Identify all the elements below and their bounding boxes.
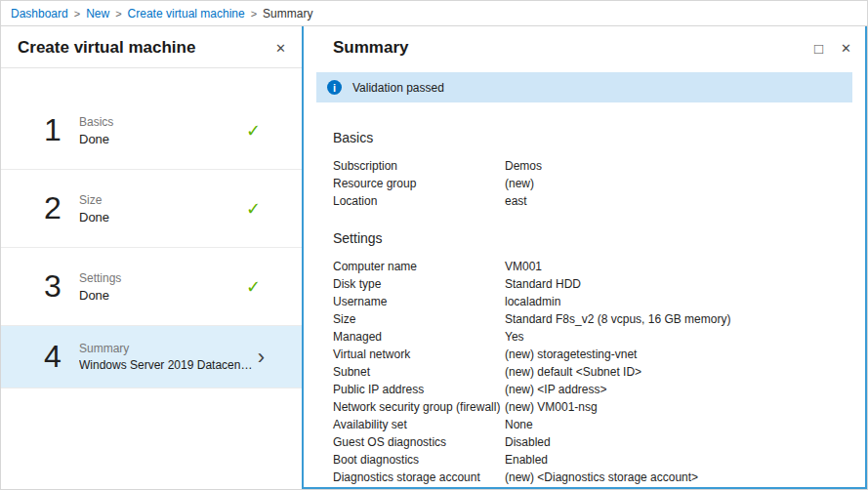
create-vm-panel-header: Create virtual machine ✕	[1, 26, 302, 68]
summary-panel: Summary □ ✕ i Validation passed Basics S…	[302, 26, 867, 489]
check-icon: ✓	[246, 276, 261, 298]
summary-row: Availability set None	[333, 416, 846, 433]
step-number: 4	[44, 339, 79, 375]
row-value: VM001	[505, 258, 846, 275]
summary-row: Username localadmin	[333, 293, 846, 310]
row-value: Standard F8s_v2 (8 vcpus, 16 GB memory)	[505, 310, 846, 328]
row-value: None	[505, 416, 846, 433]
blades-container: Create virtual machine ✕ 1 Basics Done ✓…	[1, 26, 867, 489]
section-heading: Basics	[333, 130, 846, 145]
summary-row: Location east	[333, 192, 846, 210]
summary-row: Public IP address (new) <IP address>	[333, 381, 846, 398]
row-label: Resource group	[333, 175, 505, 192]
step-status: Windows Server 2019 Datacent…	[79, 358, 253, 372]
row-label: Username	[333, 293, 505, 310]
row-value: Disabled	[505, 433, 846, 451]
summary-panel-title: Summary	[333, 38, 797, 58]
row-value: (new)	[505, 175, 846, 192]
row-label: Subnet	[333, 363, 505, 381]
section-basics: Basics Subscription Demos Resource group…	[333, 130, 846, 210]
summary-row: Guest OS diagnostics Disabled	[333, 433, 846, 451]
step-text: Summary Windows Server 2019 Datacent…	[79, 342, 258, 372]
row-value: Enabled	[505, 451, 846, 469]
row-label: Size	[333, 310, 505, 328]
close-icon[interactable]: ✕	[841, 42, 851, 55]
info-icon: i	[327, 80, 342, 95]
step-status: Done	[79, 132, 246, 146]
row-value: Yes	[505, 328, 846, 346]
breadcrumb-separator: >	[74, 8, 80, 20]
summary-row: Subscription Demos	[333, 157, 846, 175]
breadcrumb-summary: Summary	[263, 7, 312, 20]
row-label: Boot diagnostics	[333, 451, 505, 469]
step-number: 1	[44, 112, 79, 148]
step-status: Done	[79, 210, 246, 225]
breadcrumb-separator: >	[115, 8, 121, 20]
row-label: Location	[333, 192, 505, 210]
row-value: Demos	[505, 157, 846, 175]
breadcrumb: Dashboard > New > Create virtual machine…	[1, 1, 867, 26]
row-value: (new) VM001-nsg	[505, 398, 846, 416]
summary-row: Subnet (new) default <Subnet ID>	[333, 363, 846, 381]
row-label: Public IP address	[333, 381, 505, 398]
section-settings: Settings Computer name VM001 Disk type S…	[333, 230, 846, 486]
row-value: localadmin	[505, 293, 846, 310]
summary-row: Virtual network (new) storagetesting-vne…	[333, 346, 846, 363]
step-label: Settings	[79, 271, 246, 285]
row-label: Guest OS diagnostics	[333, 433, 505, 451]
step-basics[interactable]: 1 Basics Done ✓	[1, 92, 302, 170]
summary-row: Resource group (new)	[333, 175, 846, 192]
step-text: Size Done	[79, 193, 246, 225]
breadcrumb-create-virtual-machine[interactable]: Create virtual machine	[128, 7, 245, 20]
summary-row: Diagnostics storage account (new) <Diagn…	[333, 469, 846, 486]
step-summary[interactable]: 4 Summary Windows Server 2019 Datacent… …	[1, 326, 302, 388]
row-value: east	[505, 192, 846, 210]
close-icon[interactable]: ✕	[275, 42, 286, 55]
validation-banner: i Validation passed	[316, 72, 852, 102]
row-value: (new) <IP address>	[505, 381, 846, 398]
check-icon: ✓	[246, 198, 261, 220]
row-label: Managed	[333, 328, 505, 346]
step-label: Basics	[79, 115, 246, 129]
step-number: 2	[44, 190, 79, 226]
azure-portal-window: Dashboard > New > Create virtual machine…	[0, 0, 868, 490]
row-label: Computer name	[333, 258, 505, 275]
row-value: Standard HDD	[505, 275, 846, 293]
step-status: Done	[79, 288, 246, 303]
step-label: Summary	[79, 342, 258, 355]
row-label: Availability set	[333, 416, 505, 433]
step-label: Size	[79, 193, 246, 207]
row-label: Diagnostics storage account	[333, 469, 505, 486]
step-settings[interactable]: 3 Settings Done ✓	[1, 248, 302, 326]
step-size[interactable]: 2 Size Done ✓	[1, 170, 302, 248]
summary-content: Basics Subscription Demos Resource group…	[304, 102, 865, 486]
row-value: (new) default <Subnet ID>	[505, 363, 846, 381]
row-value: (new) storagetesting-vnet	[505, 346, 846, 363]
maximize-icon[interactable]: □	[814, 41, 823, 56]
summary-panel-header: Summary □ ✕	[304, 26, 865, 65]
create-vm-panel: Create virtual machine ✕ 1 Basics Done ✓…	[1, 26, 302, 489]
breadcrumb-separator: >	[251, 8, 257, 20]
summary-row: Network security group (firewall) (new) …	[333, 398, 846, 416]
section-heading: Settings	[333, 230, 846, 246]
chevron-right-icon: ›	[258, 347, 265, 368]
row-label: Virtual network	[333, 346, 505, 363]
step-text: Settings Done	[79, 271, 246, 303]
summary-row: Managed Yes	[333, 328, 846, 346]
breadcrumb-new[interactable]: New	[86, 7, 109, 20]
wizard-steps: 1 Basics Done ✓ 2 Size Done ✓	[1, 68, 302, 489]
create-vm-panel-title: Create virtual machine	[18, 38, 258, 58]
step-text: Basics Done	[79, 115, 246, 146]
row-label: Network security group (firewall)	[333, 398, 505, 416]
summary-row: Disk type Standard HDD	[333, 275, 846, 293]
row-label: Disk type	[333, 275, 505, 293]
summary-row: Size Standard F8s_v2 (8 vcpus, 16 GB mem…	[333, 310, 846, 328]
step-number: 3	[44, 268, 79, 305]
validation-banner-text: Validation passed	[352, 81, 444, 95]
breadcrumb-dashboard[interactable]: Dashboard	[11, 7, 68, 20]
summary-row: Computer name VM001	[333, 258, 846, 275]
row-label: Subscription	[333, 157, 505, 175]
check-icon: ✓	[246, 120, 261, 142]
row-value: (new) <Diagnostics storage account>	[505, 469, 846, 486]
summary-row: Boot diagnostics Enabled	[333, 451, 846, 469]
